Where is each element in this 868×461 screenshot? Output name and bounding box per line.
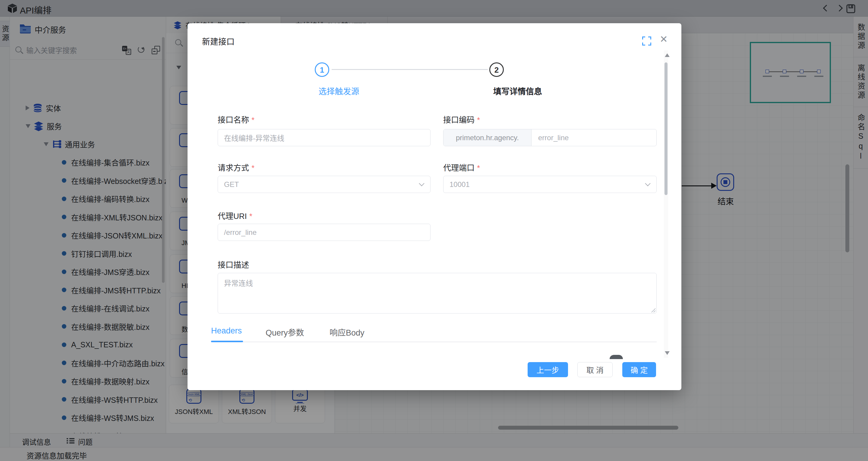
required-mark: * <box>477 163 480 173</box>
required-mark: * <box>249 212 252 221</box>
required-mark: * <box>477 116 480 125</box>
close-icon[interactable]: ✕ <box>660 33 668 45</box>
chevron-down-icon <box>645 181 650 186</box>
clipped-content-arc <box>610 355 623 359</box>
code-prefix-addon: primeton.hr.agency. <box>443 129 531 146</box>
field-label-uri: 代理URI* <box>218 210 252 221</box>
scroll-up-icon[interactable] <box>665 53 670 57</box>
tab-headers[interactable]: Headers <box>211 326 242 336</box>
resize-handle-icon[interactable] <box>651 308 655 312</box>
tab-track <box>211 342 657 342</box>
dialog-title: 新建接口 <box>202 35 235 47</box>
step-2-circle: 2 <box>489 62 504 77</box>
required-mark: * <box>251 116 254 125</box>
step-2-label: 填写详情信息 <box>474 85 561 97</box>
step-1-circle: 1 <box>315 62 329 77</box>
prev-step-button[interactable]: 上一步 <box>528 362 568 377</box>
step-connector <box>332 69 488 70</box>
field-label-method: 请求方式* <box>218 162 254 173</box>
code-input[interactable]: error_line <box>531 129 656 146</box>
confirm-button[interactable]: 确 定 <box>622 362 656 377</box>
port-select[interactable]: 10001 <box>443 176 657 193</box>
field-label-code: 接口编码* <box>443 114 480 125</box>
active-tab-indicator <box>211 341 243 342</box>
new-interface-dialog: 新建接口 ✕ 1 2 选择触发源 填写详情信息 接口名称* 在线编排-异常连线 … <box>188 23 681 390</box>
desc-textarea[interactable]: 异常连线 <box>218 273 657 313</box>
required-mark: * <box>251 163 254 173</box>
code-input-group: primeton.hr.agency. error_line <box>443 129 657 146</box>
field-label-desc: 接口描述 <box>218 259 249 270</box>
dialog-scrollbar-thumb[interactable] <box>664 62 668 195</box>
app-window: API编排 资源 中介服务 文En <box>0 0 868 461</box>
fullscreen-icon[interactable] <box>642 36 651 45</box>
method-select[interactable]: GET <box>218 176 431 193</box>
field-label-port: 代理端口* <box>443 162 480 173</box>
cancel-button[interactable]: 取 消 <box>577 362 613 377</box>
tab-query-params[interactable]: Query参数 <box>266 326 304 338</box>
chevron-down-icon <box>419 181 424 186</box>
scroll-down-icon[interactable] <box>665 351 670 355</box>
uri-input[interactable]: /error_line <box>218 224 431 241</box>
tab-response-body[interactable]: 响应Body <box>330 326 365 338</box>
field-label-name: 接口名称* <box>218 114 254 125</box>
name-input[interactable]: 在线编排-异常连线 <box>218 129 431 146</box>
step-1-label: 选择触发源 <box>302 85 376 97</box>
